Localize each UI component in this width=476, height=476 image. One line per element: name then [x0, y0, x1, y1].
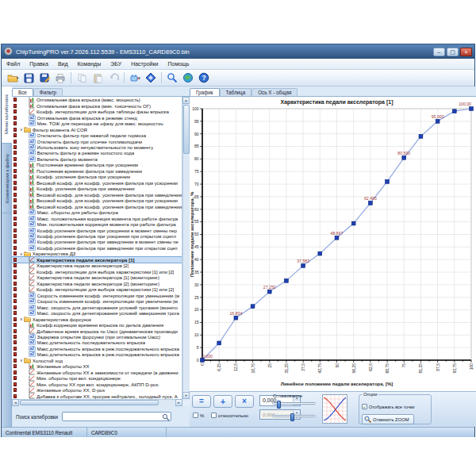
multiply-button[interactable]: × — [235, 395, 254, 408]
tree-item[interactable]: Оптимальная фаза впрыска (мин. токсичнос… — [12, 102, 182, 108]
expander-icon[interactable]: ∨ — [20, 358, 23, 363]
tree-item[interactable]: a2Использовать зону нечувствительности п… — [12, 144, 182, 150]
tree-item[interactable]: a2Оптимальная фаза впрыска в режиме стен… — [12, 114, 182, 120]
tree-item[interactable]: a2Макс. скорость для детектирования усло… — [12, 304, 182, 309]
identify-ecu-button[interactable] — [143, 71, 159, 85]
tree-item[interactable]: Добавочное время впрыска по Uacc (динами… — [12, 328, 182, 333]
menu-item[interactable]: ЭБУ — [106, 61, 126, 67]
tree-item[interactable]: a2Отключить фильтр при нажатой педали то… — [12, 132, 182, 138]
tree-horizontal-scrollbar[interactable]: ◄ ► — [12, 399, 182, 406]
tree-item[interactable]: Весовой коэфф. для коэфф. усиления фильт… — [12, 192, 182, 198]
data-point[interactable] — [419, 134, 423, 138]
tree-item[interactable]: Весовой коэфф. для коэфф. усиления фильт… — [12, 198, 182, 203]
tree-item[interactable]: a2Макс. скорость для детектирования усло… — [12, 310, 182, 316]
scroll-right-icon[interactable]: ► — [175, 399, 182, 406]
expander-icon[interactable]: ∨ — [20, 317, 23, 321]
scroll-left-icon[interactable]: ◄ — [12, 399, 19, 406]
menu-item[interactable]: Вид — [53, 61, 73, 67]
smoothing-slider-1[interactable] — [272, 402, 316, 405]
tab[interactable]: Таблица — [220, 88, 252, 96]
internet-update-button[interactable] — [180, 71, 196, 85]
tree-item[interactable]: ∨Характеристика форсунок — [12, 316, 182, 321]
tab[interactable]: Фильтр — [33, 88, 63, 96]
curve-preview[interactable] — [322, 394, 347, 424]
paste-button[interactable] — [90, 71, 106, 85]
tree-item[interactable]: Коэфф. интерполяции для выбора характери… — [12, 286, 182, 292]
side-tab[interactable]: Меню калибровок — [2, 86, 12, 144]
tree-item[interactable]: a2Скорость изменения коэфф. интерполяции… — [12, 292, 182, 298]
percent-checkbox[interactable]: % — [193, 413, 204, 418]
tree-item[interactable]: Характеристика педали акселератора [2] (… — [12, 281, 182, 286]
tree-item[interactable]: a2Коэфф.усиления фильтра при замедлении … — [12, 245, 182, 251]
search-chip-button[interactable] — [164, 71, 180, 85]
help-button[interactable]: ? — [196, 71, 212, 85]
menu-item[interactable]: Помощь — [163, 61, 194, 67]
data-point[interactable] — [301, 263, 305, 267]
tree-item[interactable]: Мин. обороты ХХ при вкл. кондиционере, А… — [12, 382, 182, 387]
scroll-up-icon[interactable]: ▲ — [182, 97, 190, 104]
data-point[interactable] — [386, 180, 390, 184]
tree-item[interactable]: a2Коэфф.усиления фильтра при замедлении … — [12, 239, 182, 244]
tab[interactable]: График — [190, 88, 220, 96]
tree-item[interactable]: ∨Холостой ход — [12, 358, 182, 363]
tree-vertical-scrollbar[interactable]: ▲ ▼ — [182, 97, 190, 399]
tree-item[interactable]: a2Мин. положительная коррекция момента п… — [12, 221, 182, 227]
pedal-characteristic-chart[interactable]: 0510152025303540455055606570758085909510… — [190, 97, 476, 391]
tree-item[interactable]: a2Мин. ТОЖ для перехода на «фазу для мак… — [12, 121, 182, 126]
data-point[interactable] — [285, 278, 289, 282]
slider-thumb[interactable] — [290, 413, 294, 421]
tree-item[interactable]: a2Макс.длительность впрыска в реж.послед… — [12, 346, 182, 351]
copy-button[interactable] — [74, 71, 90, 85]
data-point[interactable] — [368, 201, 372, 205]
cancel-zoom-button[interactable]: Отменить ZOOM — [362, 414, 414, 424]
data-point[interactable] — [217, 341, 221, 345]
tree-item[interactable]: a2Коэфф.усиления фильтра при ускорении в… — [12, 227, 182, 232]
tree-item[interactable]: Оптимальная фаза впрыска (макс. мощность… — [12, 97, 182, 102]
tree-item[interactable]: Весовой коэфф. для коэфф. усиления фильт… — [12, 180, 182, 186]
data-point[interactable] — [267, 290, 271, 294]
smoothing-slider-2[interactable] — [272, 415, 316, 417]
tree-item[interactable]: Желаемые обороты ХХ в зависимости от пер… — [12, 370, 182, 375]
tree-item[interactable]: Характеристика педали акселератора [2] — [12, 263, 182, 268]
tree-item[interactable]: a2Скорость изменения коэфф. интерполяции… — [12, 298, 182, 304]
tree-item[interactable]: a2Включить фильтр в режиме холостого ход… — [12, 150, 182, 155]
title-bar[interactable]: ChipTuningPRO ver.7.2026.112.5539 - EMS3… — [2, 44, 474, 59]
connect-ecu-button[interactable]: ▾ — [127, 71, 143, 85]
tree-item[interactable]: ∨Фильтр момента AI COR — [12, 126, 182, 132]
tree-item[interactable]: Мин. обороты при вкл. кондиционере — [12, 375, 182, 381]
data-point[interactable] — [351, 221, 355, 225]
data-point[interactable] — [251, 305, 255, 309]
menu-item[interactable]: Файл — [2, 61, 25, 67]
expander-icon[interactable]: ∨ — [20, 251, 23, 256]
tree-item[interactable]: a2Макс.длительность впрыска в реж.послед… — [12, 351, 182, 357]
menu-item[interactable]: Команды — [73, 61, 106, 67]
side-tab[interactable]: Комментарии к файлу — [2, 144, 12, 213]
expander-icon[interactable]: ∨ — [20, 127, 23, 132]
tree-item[interactable]: Коэфф. усиления фильтра при ускорении — [12, 174, 182, 179]
tree-item[interactable]: Характеристика педали акселератора [1] — [12, 257, 182, 263]
tree-item[interactable]: Коэфф. интерполяции для выбора таблицы ф… — [12, 109, 182, 114]
show-all-points-checkbox[interactable]: ✓Отображать все точки — [362, 404, 415, 409]
tree-item[interactable]: Постоянная времени фильтра при ускорении — [12, 162, 182, 167]
tab[interactable]: Все — [12, 88, 33, 96]
tree-item[interactable]: ∨Характеристика ДЗ — [12, 251, 182, 256]
data-point[interactable] — [436, 119, 440, 123]
undo-button[interactable] — [106, 71, 121, 85]
close-button[interactable]: × — [460, 48, 472, 56]
data-point[interactable] — [402, 155, 406, 159]
tree-item[interactable]: a2Включить фильтр момента — [12, 156, 182, 162]
menu-item[interactable]: Правка — [25, 61, 53, 67]
minimize-button[interactable]: – — [433, 48, 445, 56]
set-equal-button[interactable]: = — [192, 395, 211, 408]
data-point[interactable] — [318, 251, 322, 255]
scroll-down-icon[interactable]: ▼ — [182, 392, 190, 399]
data-point[interactable] — [234, 316, 238, 320]
tree-item[interactable]: Постоянная времени фильтра при замедлени… — [12, 168, 182, 174]
scroll-thumb[interactable] — [183, 105, 190, 154]
tree-item[interactable]: Весовой коэфф. для коэфф. усиления фильт… — [12, 203, 182, 209]
tree-item[interactable]: a2Отключить фильтр при отсечке топливопо… — [12, 138, 182, 144]
save-button[interactable] — [21, 71, 36, 85]
data-point[interactable] — [452, 109, 456, 113]
tree-item[interactable]: Коэфф.коррекции времени впрыска по дельт… — [12, 322, 182, 328]
tree-item[interactable]: a2Макс. обороты для работы фильтра — [12, 209, 182, 215]
